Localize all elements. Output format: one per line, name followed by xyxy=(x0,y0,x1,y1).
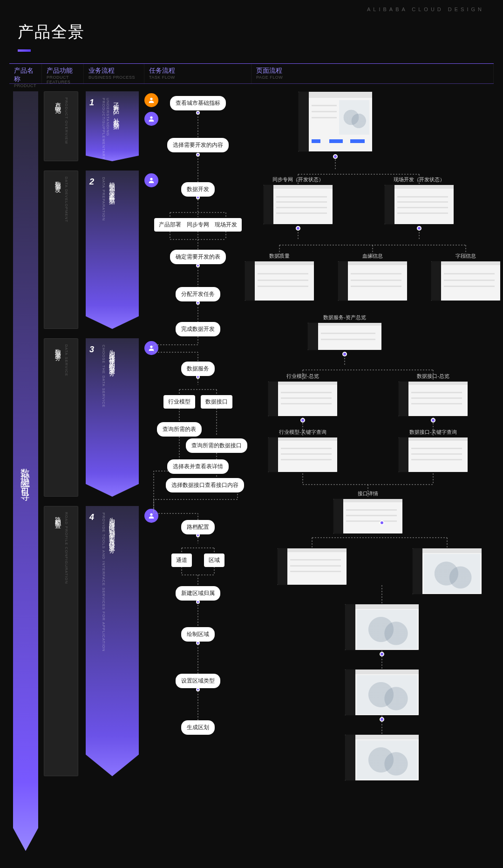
col-head-cn: 业务流程 xyxy=(88,67,139,75)
page-thumb xyxy=(268,437,338,472)
page-thumb-label: 数据质量 xyxy=(269,253,290,260)
biz-num: 3 xyxy=(89,345,98,480)
task-node: 分配开发任务 xyxy=(176,287,220,301)
col-head-task: 任务流程 TASK FLOW xyxy=(144,64,252,83)
flow-dot xyxy=(333,154,338,159)
col-head-features: 产品功能 PRODUCT FEATURES xyxy=(42,64,84,83)
biz-en: UNDERSTANDING PRODUCT/SUPPLEMENTARY xyxy=(102,98,110,144)
task-subnode: 行业模型 xyxy=(163,395,195,409)
col-task-flow: 查看城市基础指标 选择需要开发的内容 数据开发 产品部署 同步专网 现场开发 确… xyxy=(144,91,252,859)
page-title: 产品全景 xyxy=(18,21,85,43)
page-thumb-label: 数据接口-总览 xyxy=(417,373,449,380)
page-thumb-label: 现场开发（开发状态） xyxy=(394,176,445,183)
task-subnode: 同步专网 xyxy=(182,218,214,232)
task-subnode: 通道 xyxy=(171,554,192,567)
product-name-banner: 数据融合引导 xyxy=(13,91,38,859)
biz-en: PROVIDE TOOLS AND INTERFACE SERVICES FOR… xyxy=(102,513,106,759)
col-head-product: 产品名称 PRODUCT xyxy=(9,64,42,83)
feature-cn: 数据开发 xyxy=(54,177,62,184)
page-thumb xyxy=(398,381,468,417)
biz-en: CHOOSE THE DATA SERVICE xyxy=(102,345,106,480)
page-thumb xyxy=(307,322,382,350)
page-thumb-map xyxy=(345,734,419,781)
page-thumb xyxy=(398,437,468,472)
feature-en: DATA DEVELOPMENT xyxy=(64,177,68,222)
page-thumb-label: 行业模型-总览 xyxy=(286,373,319,380)
col-head-cn: 产品功能 xyxy=(47,67,79,75)
task-node: 完成数据开发 xyxy=(176,322,220,336)
page-thumb xyxy=(268,381,338,417)
biz-cn: 为应用提供区域划分的工具及接口服务 xyxy=(108,513,116,759)
feature-road-profile: 路档配置 ROAD PROFILE CONFIGURATION xyxy=(44,506,78,776)
task-node: 选择需要开发的内容 xyxy=(167,138,229,152)
col-head-en: PRODUCT xyxy=(14,83,37,88)
page-thumb xyxy=(277,548,347,585)
biz-cn: 了解产品／补充数据 xyxy=(112,98,120,144)
feature-cn: 产品概览 xyxy=(54,97,62,105)
feature-cn: 路档配置 xyxy=(54,512,62,519)
task-node: 查询所需的数据接口 xyxy=(186,438,247,453)
feature-cn: 数据服务 xyxy=(54,344,62,352)
task-node: 确定需要开发的表 xyxy=(170,250,226,264)
col-business: 1 UNDERSTANDING PRODUCT/SUPPLEMENTARY 了解… xyxy=(84,91,144,859)
flow-dot xyxy=(196,375,200,379)
biz-step-4: 4 PROVIDE TOOLS AND INTERFACE SERVICES F… xyxy=(86,506,139,776)
flow-dot xyxy=(417,226,421,231)
task-node: 路档配置 xyxy=(181,520,215,534)
flow-dot xyxy=(196,153,200,157)
task-node: 选择表并查看表详情 xyxy=(167,459,229,474)
page-thumb-label: 数据服务-资产总览 xyxy=(323,314,366,321)
col-product: 数据融合引导 xyxy=(9,91,42,859)
task-node: 选择数据接口查看接口内容 xyxy=(166,478,244,492)
page-thumb xyxy=(245,261,314,301)
task-subnode: 区域 xyxy=(204,554,224,567)
feature-en: PRODUCT OVERVIEW xyxy=(64,97,68,144)
diagram-body: 数据融合引导 产品概览 PRODUCT OVERVIEW 数据开发 DATA D… xyxy=(9,91,494,859)
col-head-page: 页面流程 PAGE FLOW xyxy=(252,64,494,83)
biz-step-1: 1 UNDERSTANDING PRODUCT/SUPPLEMENTARY 了解… xyxy=(86,91,139,161)
col-page-flow: 同步专网（开发状态） 现场开发（开发状态） 数据质量 血缘信息 字段信息 xyxy=(252,91,494,859)
feature-overview: 产品概览 PRODUCT OVERVIEW xyxy=(44,91,78,161)
page-thumb-label: 血缘信息 xyxy=(362,253,383,260)
flow-dot xyxy=(380,520,384,525)
task-subnode: 产品部署 xyxy=(154,218,186,232)
task-node: 数据开发 xyxy=(181,182,215,197)
title-underline xyxy=(18,49,31,52)
task-node: 数据服务 xyxy=(181,362,215,376)
page-thumb-label: 接口详情 xyxy=(358,490,378,497)
page-thumb xyxy=(263,185,333,225)
page-thumb-label: 数据接口-关键字查询 xyxy=(409,429,457,436)
flow-dot xyxy=(196,196,200,199)
col-head-en: TASK FLOW xyxy=(149,75,246,80)
task-node: 生成区划 xyxy=(181,720,215,735)
flow-dot xyxy=(196,301,200,305)
biz-cn: 为应用选择使用的数据服务 xyxy=(108,345,116,480)
flow-dot xyxy=(196,264,200,267)
feature-en: DATA SERVICE xyxy=(64,344,68,376)
title-block: 产品全景 xyxy=(18,21,85,52)
col-features: 产品概览 PRODUCT OVERVIEW 数据开发 DATA DEVELOPM… xyxy=(42,91,84,859)
page-thumb xyxy=(384,185,454,225)
product-name: 数据融合引导 xyxy=(20,461,32,489)
task-subnode: 数据接口 xyxy=(201,395,232,409)
biz-cn: 根据用户需求准备数据 xyxy=(108,177,116,312)
flow-dot xyxy=(300,418,305,423)
watermark: ALIBABA CLOUD DESIGN xyxy=(367,7,484,12)
page-thumb xyxy=(338,261,408,301)
feature-en: ROAD PROFILE CONFIGURATION xyxy=(64,512,68,584)
page-thumb-map xyxy=(412,548,482,595)
page-thumb-label: 同步专网（开发状态） xyxy=(272,176,324,183)
flow-dot xyxy=(196,533,200,537)
col-head-en: BUSINESS PROCESS xyxy=(88,75,139,80)
task-node: 绘制区域 xyxy=(181,627,215,642)
biz-step-3: 3 CHOOSE THE DATA SERVICE 为应用选择使用的数据服务 xyxy=(86,338,139,497)
task-subnode: 现场开发 xyxy=(210,218,242,232)
flow-dot xyxy=(296,226,300,231)
flow-dot xyxy=(380,652,384,656)
col-head-cn: 页面流程 xyxy=(256,67,489,75)
task-node: 查询所需的表 xyxy=(157,422,202,437)
biz-en: DATA PREPARATION xyxy=(102,177,106,312)
page-thumb-label: 字段信息 xyxy=(455,253,476,260)
feature-data-service: 数据服务 DATA SERVICE xyxy=(44,338,78,497)
page-thumb-map xyxy=(345,604,419,650)
